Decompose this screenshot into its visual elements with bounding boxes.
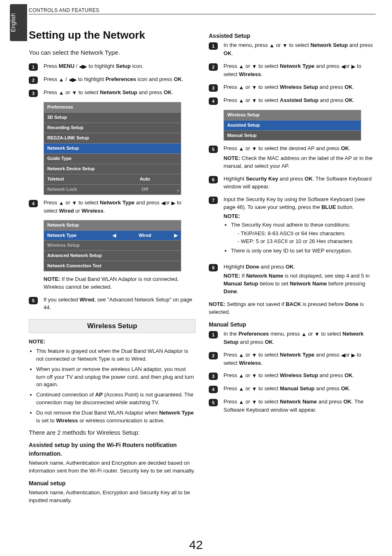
text: to select <box>288 42 311 48</box>
text: or <box>244 398 252 405</box>
up-icon: ▲ <box>301 331 307 338</box>
list-item: Continued connection of AP (Access Point… <box>36 391 196 407</box>
down-icon: ▼ <box>72 89 77 97</box>
wireless-label: Wireless <box>81 208 103 214</box>
note-label: NOTE: <box>224 273 240 279</box>
step-body: Highlight Security Key and press OK. The… <box>224 175 376 191</box>
manual-step-1: 1 In the Preferences menu, press ▲ or ▼ … <box>209 330 376 346</box>
menu-row-value: Auto <box>113 176 178 183</box>
note-heading: NOTE: <box>29 338 196 346</box>
left-step-5: 5 If you selected Wired, see "Advanced N… <box>29 296 196 312</box>
text: Press <box>224 84 239 90</box>
menu-row: Network Device Setup <box>44 164 181 174</box>
list-item: There is only one key ID to set for WEP … <box>231 247 376 255</box>
list-item: WEP: 5 or 13 ASCII or 10 or 26 Hex chara… <box>238 238 376 246</box>
page-number: 42 <box>0 538 392 552</box>
menu-row-label: Network Setup <box>47 145 178 152</box>
up-icon: ▲ <box>239 398 244 406</box>
text: . <box>349 145 350 151</box>
text: is pressed before <box>301 301 345 307</box>
menu-row-label: Guide Type <box>47 155 178 162</box>
menu-row: Network Type◀Wired▶ <box>44 230 181 241</box>
text: Highlight <box>224 176 246 182</box>
step-badge-6: 6 <box>209 176 218 183</box>
text: to select <box>257 84 280 90</box>
text: and press <box>259 264 286 270</box>
wireless-label: Wireless <box>56 417 78 424</box>
text: Press <box>44 199 59 206</box>
step-badge-5: 5 <box>209 399 218 406</box>
step-body: Press ▲ or ▼ to select the desired AP an… <box>224 145 376 170</box>
text: menu, press <box>238 42 269 48</box>
up-icon: ▲ <box>239 84 244 92</box>
wireless-notes-list: This feature is grayed out when the Dual… <box>29 348 196 425</box>
ok-label: OK <box>341 145 349 151</box>
network-type-label: Network Type <box>280 352 314 358</box>
text: and press <box>137 89 164 95</box>
network-type-label: Network Type <box>280 63 314 69</box>
text: or <box>244 145 252 151</box>
assisted-step-7: 7 Input the Security Key by using the So… <box>209 196 376 258</box>
left-step-2: 2 Press ▲ / ◀▶ to highlight Preferences … <box>29 76 196 84</box>
text: is set to <box>36 417 56 424</box>
down-icon: ▼ <box>252 97 257 105</box>
text: or <box>74 208 82 214</box>
manual-setup-label: Manual Setup <box>224 280 258 287</box>
step-body: Press ▲ or ▼ to select Wireless Setup an… <box>224 372 376 380</box>
assisted-step-5: 5 Press ▲ or ▼ to select the desired AP … <box>209 145 376 170</box>
up-icon: ▲ <box>239 145 244 153</box>
ok-label: OK <box>174 76 182 82</box>
wireless-setup-heading: Wireless Setup <box>29 319 196 334</box>
step-body: Press ▲ or ▼ to select Network Name and … <box>224 398 376 414</box>
final-note: NOTE: Settings are not saved if BACK is … <box>209 301 376 316</box>
step-badge-2: 2 <box>209 352 218 359</box>
text: Press <box>44 63 59 69</box>
step-body: Input the Security Key by using the Soft… <box>224 196 376 258</box>
note-label: NOTE: <box>209 301 225 307</box>
step-badge-1: 1 <box>209 42 218 50</box>
note-label: NOTE: <box>224 155 240 161</box>
right-column: Assisted Setup 1 In the menu, press ▲ or… <box>209 21 376 508</box>
methods-intro: There are 2 methods for Wireless Setup: <box>29 428 196 437</box>
menu-row: Network Connection Test <box>44 261 181 271</box>
left-icon: ◀ <box>341 63 345 71</box>
ok-label: OK <box>344 84 353 90</box>
up-icon: ▲ <box>59 89 64 97</box>
menu-row-label: REGZA-LINK Setup <box>47 135 178 141</box>
left-icon: ◀ <box>113 232 116 239</box>
text: before pressing <box>327 280 365 287</box>
text: and press <box>134 199 161 206</box>
running-header: CONTROLS AND FEATURES <box>29 7 376 14</box>
ok-label: OK <box>265 339 273 345</box>
text: Press <box>224 145 239 151</box>
note-wlan: NOTE: If the Dual Band WLAN Adaptor is n… <box>44 276 196 291</box>
text: . <box>294 264 295 270</box>
menu-row: REGZA-LINK Setup <box>44 133 181 143</box>
step-1-body: Press MENU / ◀▶ to highlight Setup icon. <box>44 63 196 71</box>
up-icon: ▲ <box>59 76 64 84</box>
step-badge-1: 1 <box>29 63 38 71</box>
text: and press <box>315 385 341 392</box>
text: or <box>244 97 252 103</box>
text: . <box>261 71 263 77</box>
text: to select <box>257 398 280 405</box>
network-setup-label: Network Setup <box>310 42 348 48</box>
text: and press <box>318 372 344 378</box>
text: Highlight <box>224 264 246 270</box>
left-column: Setting up the Network You can select th… <box>29 21 196 508</box>
text: Press <box>44 89 59 95</box>
up-icon: ▲ <box>239 372 244 380</box>
right-icon: ▶ <box>174 232 178 239</box>
text: and press <box>318 84 344 90</box>
down-icon: ▼ <box>314 331 320 338</box>
text: Press <box>44 76 59 82</box>
text: or <box>244 385 252 392</box>
step-5-body: If you selected Wired, see "Advanced Net… <box>44 296 196 312</box>
text: or <box>244 63 252 69</box>
up-icon: ▲ <box>59 199 64 207</box>
wired-label: Wired <box>59 208 74 214</box>
list-item: Do not remove the Dual Band WLAN Adaptor… <box>36 409 196 425</box>
text: In the <box>224 42 238 48</box>
step-badge-5: 5 <box>209 146 218 153</box>
manual-step-4: 4 Press ▲ or ▼ to select Manual Setup an… <box>209 385 376 393</box>
